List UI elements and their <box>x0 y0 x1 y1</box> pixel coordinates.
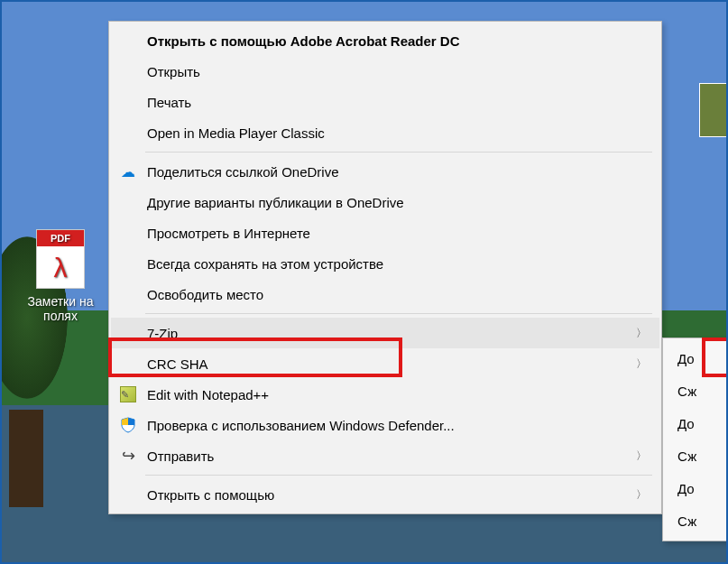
adobe-swirl-icon: λ <box>37 250 84 288</box>
menu-other-onedrive[interactable]: Другие варианты публикации в OneDrive <box>111 187 659 217</box>
menu-open[interactable]: Открыть <box>111 56 659 87</box>
chevron-right-icon: 〉 <box>636 326 647 341</box>
menu-crc-sha[interactable]: CRC SHA 〉 <box>111 348 659 379</box>
menu-free-space[interactable]: Освободить место <box>111 279 659 310</box>
shield-icon <box>119 416 137 434</box>
chevron-right-icon: 〉 <box>636 448 647 464</box>
menu-open-with[interactable]: Открыть с помощью 〉 <box>111 479 659 510</box>
share-icon: ↪ <box>119 447 137 465</box>
submenu-item[interactable]: Сж <box>665 374 728 407</box>
pdf-badge: PDF λ <box>36 229 85 289</box>
menu-share-onedrive[interactable]: ☁ Поделиться ссылкой OneDrive <box>111 156 659 187</box>
menu-open-media-player[interactable]: Open in Media Player Classic <box>111 117 659 148</box>
pdf-file-label: Заметки на полях <box>20 294 101 323</box>
desktop-tree-decoration <box>9 345 43 507</box>
pdf-file-icon[interactable]: PDF λ Заметки на полях <box>20 229 101 323</box>
menu-edit-notepadpp[interactable]: Edit with Notepad++ <box>111 379 659 410</box>
menu-view-internet[interactable]: Просмотреть в Интернете <box>111 217 659 248</box>
submenu-item[interactable]: Сж <box>665 504 728 537</box>
menu-defender[interactable]: Проверка с использованием Windows Defend… <box>111 410 659 440</box>
menu-keep-device[interactable]: Всегда сохранять на этом устройстве <box>111 248 659 279</box>
submenu-item[interactable]: Сж <box>665 439 728 472</box>
menu-open-with-acrobat[interactable]: Открыть с помощью Adobe Acrobat Reader D… <box>111 25 659 56</box>
submenu-item[interactable]: До <box>665 342 728 374</box>
notepad-icon <box>119 385 137 403</box>
submenu-item[interactable]: До <box>665 407 728 439</box>
menu-print[interactable]: Печать <box>111 87 659 117</box>
sevenzip-submenu: До Сж До Сж До Сж <box>662 337 728 541</box>
cloud-icon: ☁ <box>119 162 137 180</box>
submenu-item[interactable]: До <box>665 472 728 504</box>
menu-separator <box>145 313 652 314</box>
menu-separator <box>145 152 652 153</box>
pdf-badge-bar: PDF <box>37 230 84 246</box>
context-menu: Открыть с помощью Adobe Acrobat Reader D… <box>108 21 662 514</box>
menu-send[interactable]: ↪ Отправить 〉 <box>111 440 659 471</box>
menu-7zip[interactable]: 7-Zip 〉 <box>111 318 659 348</box>
desktop-icon-right[interactable] <box>699 83 726 137</box>
menu-separator <box>145 475 652 476</box>
chevron-right-icon: 〉 <box>636 487 647 503</box>
chevron-right-icon: 〉 <box>636 356 647 372</box>
